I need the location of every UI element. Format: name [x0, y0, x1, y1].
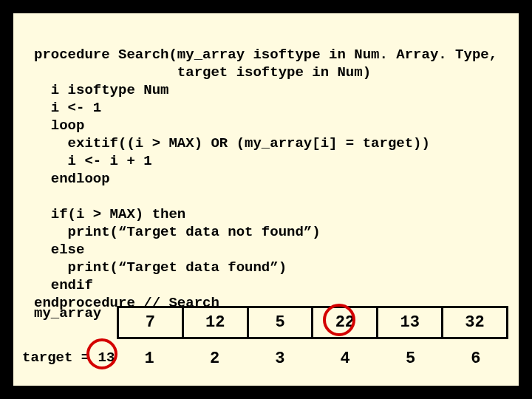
- index-cell: 1: [117, 347, 182, 369]
- index-row-tr: 1 2 3 4 5 6: [117, 347, 508, 369]
- array-cell: 12: [183, 307, 248, 338]
- code-line: endloop: [34, 171, 110, 187]
- array-table: 7 12 5 22 13 32: [117, 306, 508, 339]
- index-cell: 2: [182, 347, 247, 369]
- array-cell: 13: [378, 307, 443, 338]
- code-line: loop: [34, 117, 84, 134]
- slide-panel: procedure Search(my_array isoftype in Nu…: [11, 11, 521, 388]
- index-cell: 3: [248, 347, 313, 369]
- array-cell: 5: [248, 307, 313, 338]
- index-cell: 4: [313, 347, 378, 369]
- code-line: procedure Search(my_array isoftype in Nu…: [34, 47, 497, 63]
- array-cell: 32: [443, 307, 508, 338]
- code-line: else: [34, 242, 84, 258]
- code-line: i <- i + 1: [34, 153, 152, 169]
- array-circle-highlight: [323, 304, 355, 336]
- index-row: 1 2 3 4 5 6: [117, 347, 508, 369]
- target-circle-highlight: [86, 338, 117, 369]
- code-line: if(i > MAX) then: [34, 206, 185, 222]
- code-line: target isoftype in Num): [34, 64, 371, 81]
- code-line: print(“Target data not found”): [34, 224, 321, 240]
- array-cell: 7: [118, 307, 183, 338]
- code-line: print(“Target data found”): [34, 259, 287, 276]
- index-cell: 5: [378, 347, 443, 369]
- code-line: endif: [34, 277, 93, 293]
- code-line: i isoftype Num: [34, 82, 168, 98]
- index-cell: 6: [443, 347, 508, 369]
- array-row: 7 12 5 22 13 32: [118, 307, 508, 338]
- code-line: i <- 1: [34, 100, 101, 116]
- my-array-label: my_array: [34, 305, 101, 321]
- code-block: procedure Search(my_array isoftype in Nu…: [34, 28, 497, 312]
- code-line: exitif((i > MAX) OR (my_array[i] = targe…: [34, 135, 430, 151]
